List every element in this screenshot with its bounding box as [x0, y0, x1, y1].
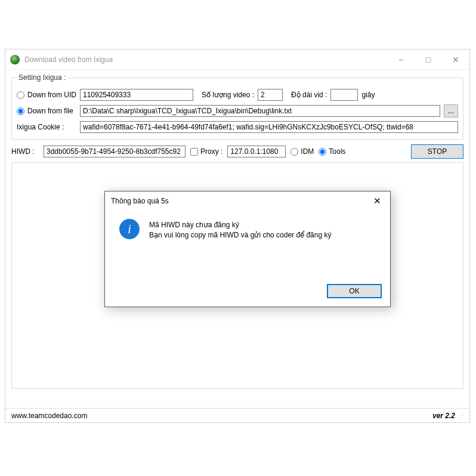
dialog-footer: OK: [327, 284, 382, 298]
window-title: Download video from Ixigua: [24, 55, 113, 64]
down-from-file-option[interactable]: Down from file: [17, 107, 76, 115]
dialog-body: i Mã HIWD này chưa đăng ký Bạn vui lòng …: [105, 211, 390, 247]
dialog-message-line2: Bạn vui lòng copy mã HIWD và gửi cho cod…: [149, 230, 331, 240]
status-site: www.teamcodedao.com: [11, 412, 432, 420]
message-dialog: Thông báo quá 5s ✕ i Mã HIWD này chưa đă…: [104, 191, 391, 307]
proxy-checkbox[interactable]: [190, 148, 198, 156]
titlebar: Download video from Ixigua − □ ✕: [5, 50, 469, 70]
window-control-buttons: − □ ✕: [387, 50, 469, 69]
minimize-button[interactable]: −: [387, 50, 415, 69]
hiwd-row: HIWD : Proxy : IDM Tools STOP: [11, 144, 463, 159]
idm-label: IDM: [301, 147, 314, 156]
qty-input[interactable]: [258, 89, 283, 101]
dialog-message: Mã HIWD này chưa đăng ký Bạn vui lòng co…: [149, 219, 331, 241]
down-from-uid-label: Down from UID: [27, 91, 76, 99]
settings-group: Setting Ixigua : Down from UID Số lượng …: [11, 73, 463, 140]
tools-label: Tools: [329, 147, 345, 156]
seconds-label: giây: [361, 91, 375, 99]
file-row: Down from file ...: [17, 104, 458, 118]
file-path-input[interactable]: [80, 105, 440, 117]
duration-input[interactable]: [330, 89, 358, 101]
close-button[interactable]: ✕: [442, 50, 469, 69]
down-from-uid-option[interactable]: Down from UID: [17, 91, 76, 99]
status-version: ver 2.2: [432, 412, 455, 420]
dialog-message-line1: Mã HIWD này chưa đăng ký: [149, 220, 331, 230]
maximize-button[interactable]: □: [415, 50, 442, 69]
ok-button[interactable]: OK: [327, 284, 382, 298]
dialog-close-button[interactable]: ✕: [364, 192, 390, 210]
cookie-row: Ixigua Cookie :: [17, 121, 458, 133]
settings-legend: Setting Ixigua :: [17, 73, 67, 82]
stop-button[interactable]: STOP: [411, 144, 463, 159]
info-icon: i: [119, 219, 140, 239]
down-from-uid-radio[interactable]: [17, 91, 24, 99]
idm-option[interactable]: IDM: [290, 147, 314, 156]
proxy-option[interactable]: Proxy :: [190, 147, 222, 156]
status-bar: www.teamcodedao.com ver 2.2 ⋰: [5, 408, 469, 422]
hiwd-label: HIWD :: [11, 147, 39, 156]
proxy-label: Proxy :: [200, 147, 222, 156]
down-from-file-radio[interactable]: [17, 107, 24, 115]
uid-row: Down from UID Số lượng video : Độ dài vi…: [17, 89, 458, 101]
tools-radio[interactable]: [319, 148, 326, 156]
uid-input[interactable]: [80, 89, 193, 101]
proxy-input[interactable]: [227, 146, 286, 157]
cookie-label: Ixigua Cookie :: [17, 123, 76, 131]
dialog-titlebar: Thông báo quá 5s ✕: [105, 191, 390, 211]
resize-grip-icon[interactable]: ⋰: [459, 412, 463, 419]
app-icon: [10, 55, 20, 64]
down-from-file-label: Down from file: [27, 107, 73, 115]
cookie-input[interactable]: [80, 121, 458, 133]
dialog-title: Thông báo quá 5s: [111, 197, 169, 205]
idm-radio[interactable]: [290, 148, 298, 156]
hiwd-input[interactable]: [44, 146, 186, 157]
browse-button[interactable]: ...: [444, 104, 458, 118]
tools-option[interactable]: Tools: [319, 147, 345, 156]
qty-label: Số lượng video :: [202, 91, 254, 99]
duration-label: Độ dài vid :: [291, 91, 327, 99]
